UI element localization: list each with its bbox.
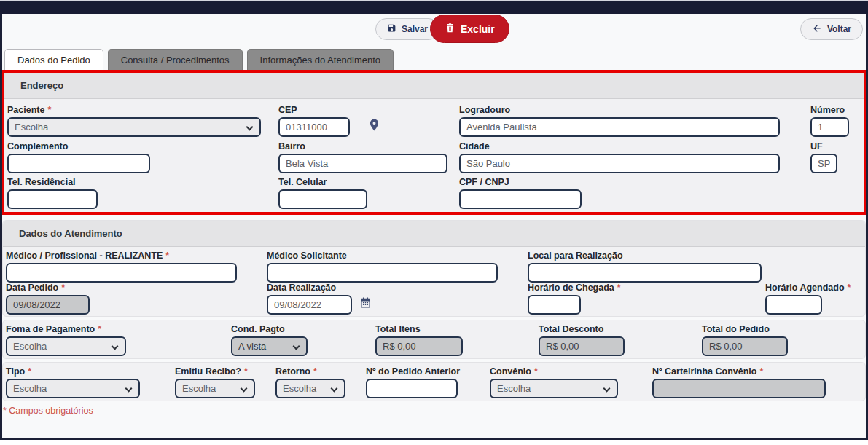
app-window: Salvar Excluir Voltar Dados do Pedido Co… (0, 0, 868, 445)
data-pedido-input (6, 295, 90, 315)
local-realizacao-input[interactable] (528, 263, 762, 283)
forma-pagamento-select[interactable]: Escolha (6, 336, 126, 356)
medico-realizante-label: Médico / Profissional - REALIZANTE* (6, 251, 237, 261)
cpf-cnpj-label: CPF / CNPJ (459, 177, 582, 187)
carteirinha-label: Nº Carteirinha Convênio* (652, 366, 826, 377)
medico-realizante-input[interactable] (6, 263, 237, 283)
action-toolbar: Salvar Excluir Voltar (0, 14, 868, 46)
trash-icon (445, 23, 455, 36)
pedido-anterior-input[interactable] (366, 379, 458, 398)
medico-solicitante-label: Médico Solicitante (267, 251, 498, 261)
map-pin-icon[interactable] (367, 118, 381, 135)
chevron-down-icon (112, 343, 119, 350)
cep-input[interactable] (278, 117, 350, 137)
tel-residencial-label: Tel. Residêncial (7, 177, 98, 187)
numero-input[interactable] (810, 117, 849, 137)
top-navigation-bar (0, 1, 868, 14)
chevron-down-icon (125, 385, 133, 393)
paciente-select-value: Escolha (15, 122, 48, 133)
delete-button-label: Excluir (461, 23, 495, 35)
required-asterisk: * (848, 283, 851, 293)
tel-celular-input[interactable] (278, 189, 367, 209)
paciente-select[interactable]: Escolha (7, 117, 261, 137)
calendar-icon[interactable] (359, 296, 372, 312)
total-itens-input (375, 336, 463, 356)
total-desconto-label: Total Desconto (539, 324, 625, 334)
emitiu-recibo-select-value: Escolha (182, 383, 216, 394)
complemento-input[interactable] (7, 154, 150, 173)
required-asterisk: * (28, 366, 31, 377)
tab-dados-do-pedido[interactable]: Dados do Pedido (4, 49, 103, 70)
convenio-select[interactable]: Escolha (490, 379, 618, 398)
tab-consulta-procedimentos[interactable]: Consulta / Procedimentos (108, 49, 243, 70)
tab-informacoes-atendimento[interactable]: Informações do Atendimento (247, 49, 394, 70)
forma-pagamento-select-value: Escolha (13, 341, 47, 352)
horario-chegada-input[interactable] (528, 295, 581, 315)
required-fields-note: * Campos obrigatórios (3, 406, 868, 416)
bairro-label: Bairro (278, 141, 447, 151)
convenio-label: Convênio* (490, 366, 618, 377)
required-asterisk: * (617, 283, 621, 293)
logradouro-label: Logradouro (459, 105, 780, 115)
cidade-input[interactable] (459, 154, 780, 173)
paciente-label: Paciente* (7, 105, 261, 115)
save-button-label: Salvar (402, 24, 428, 34)
required-asterisk: * (165, 251, 169, 261)
required-asterisk: * (98, 324, 101, 334)
required-asterisk: * (759, 366, 763, 377)
bairro-input[interactable] (278, 154, 447, 173)
total-desconto-input (539, 336, 625, 356)
local-realizacao-label: Local para Realização (528, 251, 762, 261)
tab-bar: Dados do Pedido Consulta / Procedimentos… (0, 49, 868, 70)
atendimento-section-title: Dados do Atendimento (3, 221, 865, 247)
cond-pagto-select[interactable]: A vista (231, 336, 308, 356)
page-content: Salvar Excluir Voltar Dados do Pedido Co… (0, 14, 868, 440)
tel-celular-label: Tel. Celular (278, 177, 367, 187)
data-realizacao-input[interactable] (267, 295, 352, 315)
logradouro-input[interactable] (459, 117, 780, 137)
horario-chegada-label: Horário de Chegada* (528, 283, 581, 293)
endereco-section-title: Endereço (4, 73, 864, 99)
window-left-edge (0, 14, 2, 440)
horario-agendado-label: Horário Agendado* (765, 283, 822, 293)
delete-button[interactable]: Excluir (430, 15, 509, 43)
required-asterisk: * (47, 105, 51, 115)
arrow-left-icon (812, 23, 822, 36)
total-itens-label: Total Itens (375, 324, 463, 334)
window-bottom-edge (0, 438, 868, 440)
pagamento-row: Foma de Pagamento* Escolha Cond. Pagto A… (2, 320, 866, 359)
convenio-select-value: Escolha (497, 383, 531, 394)
total-pedido-input (702, 336, 788, 356)
numero-label: Número (810, 105, 849, 115)
tipo-row: Tipo* Escolha Emitiu Recibo?* Escolha Re… (2, 362, 866, 401)
required-asterisk: * (313, 366, 317, 377)
cond-pagto-label: Cond. Pagto (231, 324, 308, 334)
tipo-select-value: Escolha (13, 383, 47, 394)
tipo-label: Tipo* (6, 366, 140, 377)
tipo-select[interactable]: Escolha (6, 379, 140, 398)
uf-input[interactable] (810, 154, 837, 173)
cidade-label: Cidade (459, 141, 780, 151)
chevron-down-icon (331, 385, 338, 393)
back-button[interactable]: Voltar (800, 18, 863, 40)
cep-label: CEP (278, 105, 350, 115)
emitiu-recibo-label: Emitiu Recibo?* (175, 366, 255, 377)
back-button-label: Voltar (827, 24, 851, 34)
emitiu-recibo-select[interactable]: Escolha (175, 379, 255, 398)
pedido-anterior-label: Nº do Pedido Anterior (366, 366, 458, 377)
save-icon (387, 23, 396, 35)
cond-pagto-select-value: A vista (238, 341, 266, 352)
medico-solicitante-input[interactable] (267, 263, 498, 283)
required-asterisk: * (244, 366, 248, 377)
data-pedido-label: Data Pedido* (6, 283, 90, 293)
chevron-down-icon (241, 385, 248, 393)
total-pedido-label: Total do Pedido (702, 324, 788, 334)
chevron-down-icon (603, 385, 611, 393)
retorno-select[interactable]: Escolha (275, 379, 345, 398)
complemento-label: Complemento (7, 141, 150, 151)
required-asterisk: * (61, 283, 65, 293)
tel-residencial-input[interactable] (7, 189, 98, 209)
horario-agendado-input[interactable] (765, 295, 822, 315)
chevron-down-icon (246, 124, 254, 131)
cpf-cnpj-input[interactable] (459, 189, 582, 209)
